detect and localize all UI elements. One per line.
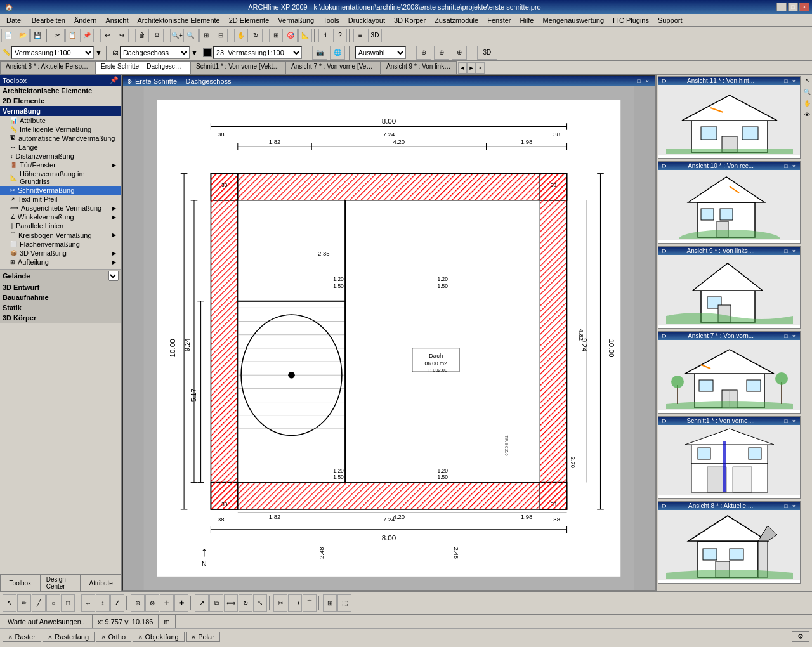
drawing-minimize-btn[interactable]: _ — [627, 78, 634, 84]
menu-vermassung[interactable]: Vermaßung — [274, 15, 318, 25]
3d-korper-section[interactable]: 3D Körper — [0, 313, 121, 323]
menu-datei[interactable]: Datei — [3, 15, 27, 25]
btool-dim[interactable]: ↔ — [81, 594, 95, 612]
toolbox-tab-toolbox[interactable]: Toolbox — [0, 575, 41, 591]
toolbox-section-arch[interactable]: Architektonische Elemente — [0, 86, 121, 96]
btool-trim[interactable]: ✂ — [273, 594, 287, 612]
layer-selector[interactable]: 🗂 Dachgeschoss ▼ — [112, 46, 198, 59]
drawing-area[interactable]: ⚙ Erste Schritte- - Dachgeschoss _ □ × — [122, 75, 656, 591]
toolbox-pin-icon[interactable]: 📌 — [110, 76, 119, 84]
snap-ortho-btn[interactable]: × Ortho — [96, 632, 131, 642]
toolbox-item-text-pfeil[interactable]: ↗ Text mit Pfeil — [0, 195, 121, 204]
btool-draw[interactable]: ✏ — [17, 594, 31, 612]
snap-settings-btn[interactable]: ⚙ — [792, 631, 809, 642]
toolbox-scroll-area[interactable]: Architektonische Elemente 2D Elemente Ve… — [0, 86, 121, 574]
vs1-close-btn[interactable]: × — [790, 418, 797, 424]
toolbox-item-kreisbogen[interactable]: ⌒ Kreisbogen Vermaßung — [0, 230, 121, 240]
btool-mirror[interactable]: ⟺ — [224, 594, 238, 612]
menu-support[interactable]: Support — [654, 15, 686, 25]
v10-min-btn[interactable]: _ — [775, 163, 782, 169]
snap-raster-btn[interactable]: × Raster — [3, 632, 41, 642]
gelande-dropdown[interactable]: ▼ — [108, 271, 119, 281]
menu-mengenauswertung[interactable]: Mengenauswertung — [539, 15, 608, 25]
tab-erste-schritte[interactable]: Erste Schritte- - Dachgeschoss — [95, 61, 190, 74]
toolbox-item-tur-fenster[interactable]: 🚪 Tür/Fenster — [0, 160, 121, 169]
btool-dim2[interactable]: ↕ — [96, 594, 110, 612]
camera-btn[interactable]: 📷 — [312, 46, 327, 60]
menu-hilfe[interactable]: Hilfe — [516, 15, 537, 25]
btool-fillet[interactable]: ⌒ — [303, 594, 317, 612]
paste-button[interactable]: 📌 — [80, 29, 94, 42]
menu-drucklayout[interactable]: Drucklayout — [344, 15, 389, 25]
toolbox-tab-design-center[interactable]: Design Center — [41, 575, 81, 591]
layer-dropdown[interactable]: Dachgeschoss — [120, 46, 190, 59]
btool-circle[interactable]: ○ — [46, 594, 60, 612]
menu-zusatzmodule[interactable]: Zusatzmodule — [431, 15, 482, 25]
view-ansicht7[interactable]: ⚙ Ansicht 7 * : Von vorn... _ □ × — [658, 331, 801, 414]
snap-y-btn[interactable]: ⊕ — [434, 46, 449, 60]
btool-line[interactable]: ╱ — [32, 594, 46, 612]
vs1-max-btn[interactable]: □ — [782, 418, 789, 424]
btool-snap2[interactable]: ⊗ — [145, 594, 159, 612]
menu-fenster[interactable]: Fenster — [483, 15, 514, 25]
right-icon-view[interactable]: 👁 — [803, 110, 812, 119]
right-icon-pan[interactable]: ✋ — [803, 99, 812, 108]
btool-array[interactable]: ⊞ — [323, 594, 337, 612]
v7-min-btn[interactable]: _ — [775, 333, 782, 339]
menu-bearbeiten[interactable]: Bearbeiten — [28, 15, 69, 25]
bauaufnahme-section[interactable]: Bauaufnahme — [0, 292, 121, 303]
toolbox-section-2d[interactable]: 2D Elemente — [0, 96, 121, 106]
maximize-button[interactable]: □ — [788, 3, 798, 11]
drawing-maximize-btn[interactable]: □ — [635, 78, 642, 84]
drawing-close-btn[interactable]: × — [644, 78, 651, 84]
open-button[interactable]: 📂 — [16, 29, 30, 42]
v7-close-btn[interactable]: × — [790, 333, 797, 339]
menu-itc-plugins[interactable]: ITC Plugins — [609, 15, 653, 25]
btool-extend[interactable]: ⟶ — [288, 594, 302, 612]
info-button[interactable]: ℹ — [318, 29, 332, 42]
tab-schnitt1[interactable]: Schnitt1 * : Von vorne [Vektoriell] — [190, 61, 285, 74]
new-button[interactable]: 📄 — [1, 29, 15, 42]
toolbox-item-flachen[interactable]: ⬜ Flächenvermaßung — [0, 240, 121, 249]
snap-polar-btn[interactable]: × Polar — [186, 632, 220, 642]
v11-max-btn[interactable]: □ — [782, 78, 789, 84]
copy-button[interactable]: 📋 — [65, 29, 79, 42]
menu-2d-elemente[interactable]: 2D Elemente — [225, 15, 273, 25]
btool-rect[interactable]: □ — [61, 594, 75, 612]
toolbox-item-aufteilung[interactable]: ⊞ Aufteilung — [0, 258, 121, 266]
toolbox-item-attribute[interactable]: 📊 Attribute — [0, 116, 121, 125]
view8-close-icon[interactable]: ⚙ — [661, 502, 667, 509]
v7-max-btn[interactable]: □ — [782, 333, 789, 339]
vs1-min-btn[interactable]: _ — [775, 418, 782, 424]
btool-angle[interactable]: ∠ — [110, 594, 124, 612]
view7-close-icon[interactable]: ⚙ — [661, 332, 667, 339]
right-icon-zoom[interactable]: 🔍 — [803, 88, 812, 96]
toolbox-item-winkel[interactable]: ∠ Winkelvermaßung — [0, 212, 121, 221]
right-icon-select[interactable]: ↖ — [803, 76, 812, 85]
toolbox-item-intell-verm[interactable]: 📏 Intelligente Vermaßung — [0, 125, 121, 134]
toolbox-item-3d-verm[interactable]: 📦 3D Vermaßung — [0, 249, 121, 258]
toolbox-item-ausgerichtet[interactable]: ⟺ Ausgerichtete Vermaßung — [0, 204, 121, 212]
toolbox-item-auto-wand[interactable]: 🏗 automatische Wandvermaßung — [0, 134, 121, 143]
toolbox-item-distanz[interactable]: ↕ Distanzvermaßung — [0, 152, 121, 160]
rotate-button[interactable]: ↻ — [249, 29, 263, 42]
tab-close-button[interactable]: × — [476, 62, 485, 74]
menu-ansicht[interactable]: Ansicht — [102, 15, 132, 25]
snap-x-btn[interactable]: ⊕ — [416, 46, 431, 60]
layer-button[interactable]: ≡ — [353, 29, 367, 42]
view-close-icon[interactable]: ⚙ — [661, 77, 667, 84]
view-ansicht8[interactable]: ⚙ Ansicht 8 * : Aktuelle ... _ □ × — [658, 501, 801, 584]
snap-button[interactable]: 🎯 — [284, 29, 298, 42]
gelande-section[interactable]: Gelände ▼ — [0, 270, 121, 282]
help-button[interactable]: ? — [333, 29, 347, 42]
properties-button[interactable]: ⚙ — [150, 29, 164, 42]
tab-ansicht7[interactable]: Ansicht 7 * : Von vorne [Vektoriell] — [285, 61, 381, 74]
v8-min-btn[interactable]: _ — [775, 503, 782, 509]
floor-plan-canvas[interactable]: Dach 06.00 m2 TF: 002.00 8.00 38 7.24 38 — [123, 86, 655, 590]
v10-close-btn[interactable]: × — [790, 163, 797, 169]
view-schnitt1[interactable]: ⚙ Schnitt1 * : Von vorne ... _ □ × — [658, 416, 801, 499]
toolbox-item-hohen[interactable]: 📐 Höhenvermaßung im Grundriss — [0, 169, 121, 186]
snap-z-btn[interactable]: ⊕ — [452, 46, 467, 60]
toolbox-item-lange[interactable]: ↔ Länge — [0, 143, 121, 152]
snap-rasterfang-btn[interactable]: × Rasterfang — [43, 632, 95, 642]
